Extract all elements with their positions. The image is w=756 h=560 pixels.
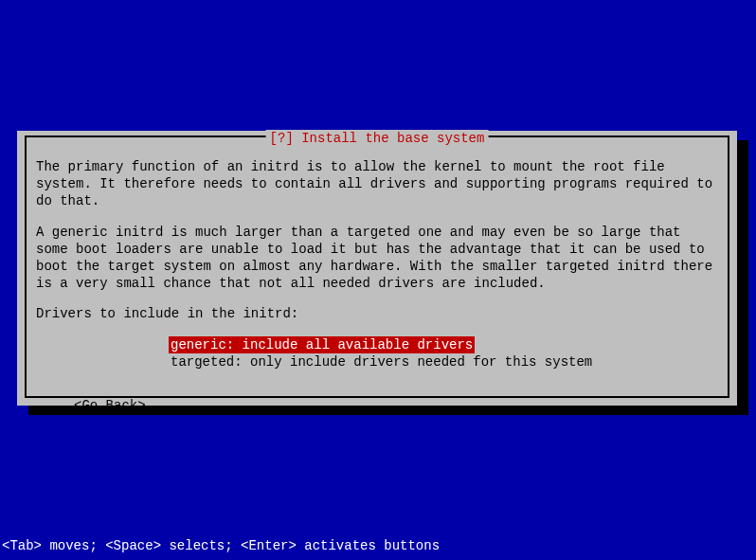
option-targeted[interactable]: targeted: only include drivers needed fo… [169,353,594,370]
option-generic[interactable]: generic: include all available drivers [169,336,475,353]
footer-help-text: <Tab> moves; <Space> selects; <Enter> ac… [2,537,440,554]
option-row: targeted: only include drivers needed fo… [169,353,718,370]
options-list: generic: include all available drivers t… [169,336,718,370]
description-para-2: A generic initrd is much larger than a t… [36,224,718,293]
dialog-content: The primary function of an initrd is to … [36,158,718,414]
description-para-1: The primary function of an initrd is to … [36,158,718,210]
dialog-box: [?] Install the base system The primary … [17,131,737,406]
prompt-text: Drivers to include in the initrd: [36,305,718,322]
go-back-button[interactable]: <Go Back> [74,397,718,414]
dialog-border: [?] Install the base system The primary … [25,135,729,398]
option-row: generic: include all available drivers [169,336,718,353]
dialog-title: [?] Install the base system [266,130,489,147]
